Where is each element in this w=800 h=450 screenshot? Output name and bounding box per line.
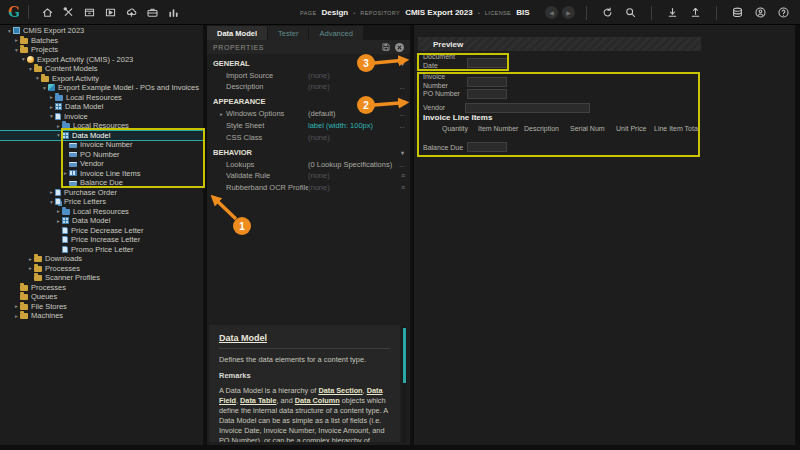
tree-item-promo-price-letter[interactable]: Promo Price Letter (0, 245, 203, 255)
imports-icon[interactable] (121, 3, 142, 21)
menu-button[interactable]: ≡ (401, 172, 405, 179)
tree-item-vendor[interactable]: Vendor (0, 159, 203, 169)
expand-arrow-icon[interactable]: ▸ (13, 313, 20, 319)
collapse-arrow-icon[interactable]: ▾ (48, 199, 55, 205)
collapse-arrow-icon[interactable]: ▾ (13, 47, 20, 53)
stats-icon[interactable] (163, 3, 184, 21)
collapse-arrow-icon[interactable]: ▾ (41, 85, 48, 91)
property-value[interactable]: (none) (308, 183, 397, 192)
home-icon[interactable] (37, 3, 58, 21)
preview-input-document-date[interactable] (467, 58, 509, 68)
preview-input-balance-due[interactable] (467, 142, 507, 152)
collapse-arrow-icon[interactable]: ▾ (55, 132, 62, 138)
help-link-data-section[interactable]: Data Section (318, 386, 362, 395)
tree-item-processes[interactable]: ▸Processes (0, 264, 203, 274)
property-group-behavior[interactable]: BEHAVIOR▾ (207, 146, 410, 159)
help-scrollbar-thumb[interactable] (403, 328, 406, 383)
expand-arrow-icon[interactable]: ▸ (13, 303, 20, 309)
batches-icon[interactable] (79, 3, 100, 21)
tasks-icon[interactable] (100, 3, 121, 21)
tree-item-invoice-number[interactable]: Invoice Number (0, 140, 203, 150)
jobs-icon[interactable] (142, 3, 163, 21)
expand-arrow-icon[interactable]: ▸ (48, 104, 55, 110)
tree-item-price-increase-letter[interactable]: Price Increase Letter (0, 235, 203, 245)
property-value[interactable]: label (width: 100px) (308, 121, 395, 130)
tree-item-export-activity-cmis-2023[interactable]: ▾Export Activity (CMIS) - 2023 (0, 55, 203, 65)
tree-item-batches[interactable]: ▸Batches (0, 36, 203, 46)
tree-item-data-model[interactable]: ▸Data Model (0, 102, 203, 112)
tree-item-downloads[interactable]: ▸Downloads (0, 254, 203, 264)
ellipsis-button[interactable]: ... (399, 110, 405, 117)
tree-item-data-model[interactable]: ▸Data Model (0, 216, 203, 226)
ellipsis-button[interactable]: ... (399, 83, 405, 90)
expand-arrow-icon[interactable]: ▸ (13, 37, 20, 43)
property-value[interactable]: (default) (308, 109, 395, 118)
property-value[interactable]: (none) (308, 82, 395, 91)
expand-arrow-icon[interactable]: ▸ (48, 94, 55, 100)
close-icon[interactable] (395, 43, 404, 52)
tree-item-balance-due[interactable]: Balance Due (0, 178, 203, 188)
preview-input-vendor[interactable] (465, 103, 590, 113)
tree-item-export-activity[interactable]: ▾Export Activity (0, 74, 203, 84)
expand-arrow-icon[interactable]: ▸ (48, 189, 55, 195)
database-icon[interactable] (727, 4, 748, 22)
preview-input-invoice-number[interactable] (467, 77, 507, 87)
tab-advanced[interactable]: Advanced (309, 26, 362, 40)
expand-arrow-icon[interactable]: ▸ (55, 208, 62, 214)
tree-item-scanner-profiles[interactable]: Scanner Profiles (0, 273, 203, 283)
tree-item-local-resources[interactable]: ▸Local Resources (0, 121, 203, 131)
tab-data-model[interactable]: Data Model (207, 26, 267, 40)
expand-arrow-icon[interactable]: ▸ (27, 256, 34, 262)
property-group-appearance[interactable]: APPEARANCE▾ (207, 96, 410, 109)
refresh-icon[interactable] (597, 4, 618, 22)
collapse-arrow-icon[interactable]: ▾ (6, 28, 13, 34)
download-icon[interactable] (662, 4, 683, 22)
expand-arrow-icon[interactable]: ▸ (55, 123, 62, 129)
collapse-arrow-icon[interactable]: ▾ (48, 113, 55, 119)
tree-item-invoice[interactable]: ▾Invoice (0, 112, 203, 122)
tree-item-price-letters[interactable]: ▾Price Letters (0, 197, 203, 207)
tree-item-local-resources[interactable]: ▸Local Resources (0, 207, 203, 217)
property-value[interactable]: (none) (308, 71, 405, 80)
tree-item-machines[interactable]: ▸Machines (0, 311, 203, 321)
tree-item-content-models[interactable]: ▾Content Models (0, 64, 203, 74)
property-value[interactable]: (0 Lookup Specifications) (308, 160, 395, 169)
ellipsis-button[interactable]: ... (399, 161, 405, 168)
collapse-arrow-icon[interactable]: ▾ (20, 56, 27, 62)
property-group-general[interactable]: GENERAL▾ (207, 57, 410, 70)
tree-item-processes[interactable]: Processes (0, 283, 203, 293)
forward-icon[interactable]: ▶ (562, 6, 575, 19)
help-link-data-table[interactable]: Data Table (240, 396, 276, 405)
tree-item-projects[interactable]: ▾Projects (0, 45, 203, 55)
tree-item-invoice-line-items[interactable]: ▸Invoice Line Items (0, 169, 203, 179)
tab-tester[interactable]: Tester (268, 26, 308, 40)
help-icon[interactable] (773, 4, 794, 22)
property-value[interactable]: (none) (308, 171, 397, 180)
expand-arrow-icon[interactable]: ▸ (62, 170, 69, 176)
save-icon[interactable] (381, 42, 391, 52)
back-icon[interactable]: ◀ (545, 6, 558, 19)
ellipsis-button[interactable]: ... (399, 122, 405, 129)
tree-item-data-model[interactable]: ▾Data Model (0, 131, 203, 141)
tree-item-local-resources[interactable]: ▸Local Resources (0, 93, 203, 103)
preview-input-po-number[interactable] (467, 89, 507, 99)
search-icon[interactable] (620, 4, 641, 22)
tools-icon[interactable] (58, 3, 79, 21)
help-title-link[interactable]: Data Model (219, 333, 390, 343)
user-icon[interactable] (750, 4, 771, 22)
tree-item-export-example-model-pos-and-invoices[interactable]: ▾Export Example Model - POs and Invoices (0, 83, 203, 93)
help-link-data-column[interactable]: Data Column (295, 396, 340, 405)
expand-arrow-icon[interactable]: ▸ (55, 218, 62, 224)
tree-item-po-number[interactable]: PO Number (0, 150, 203, 160)
collapse-arrow-icon[interactable]: ▾ (27, 66, 34, 72)
tree-item-file-stores[interactable]: ▸File Stores (0, 302, 203, 312)
property-value[interactable]: (none) (308, 133, 405, 142)
upload-icon[interactable] (685, 4, 706, 22)
tree-item-purchase-order[interactable]: ▸Purchase Order (0, 188, 203, 198)
menu-button[interactable]: ≡ (401, 184, 405, 191)
tree-item-queues[interactable]: Queues (0, 292, 203, 302)
expand-arrow-icon[interactable]: ▸ (27, 265, 34, 271)
tree-item-cmis-export-2023[interactable]: ▾CMIS Export 2023 (0, 26, 203, 36)
tree-item-price-decrease-letter[interactable]: Price Decrease Letter (0, 226, 203, 236)
collapse-arrow-icon[interactable]: ▾ (34, 75, 41, 81)
